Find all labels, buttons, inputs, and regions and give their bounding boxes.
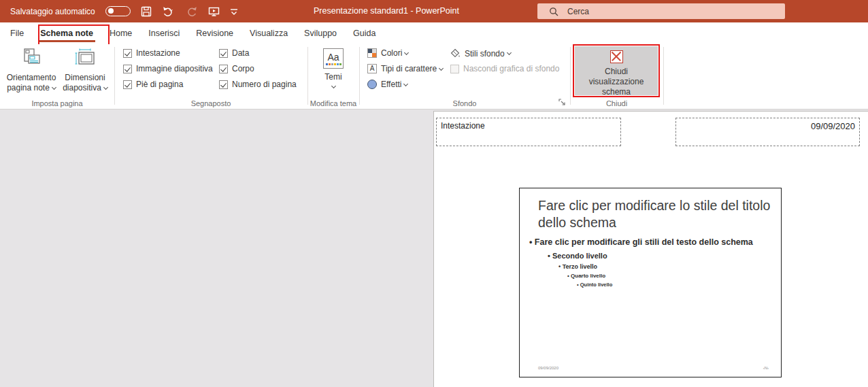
- tab-sviluppo[interactable]: Sviluppo: [296, 22, 345, 44]
- tab-guida[interactable]: Guida: [345, 22, 384, 44]
- chevron-down-icon: [403, 81, 408, 86]
- chevron-down-icon: [331, 84, 335, 88]
- slide-title-placeholder: Fare clic per modificare lo stile del ti…: [538, 197, 773, 231]
- group-separator: [359, 47, 360, 105]
- chevron-down-icon: [103, 85, 108, 90]
- tab-schema-note[interactable]: Schema note: [32, 22, 101, 44]
- chiudi-visualizzazione-schema-button[interactable]: Chiudi visualizzazione schema: [575, 46, 658, 95]
- close-master-view-icon: [610, 50, 623, 63]
- search-placeholder: Cerca: [567, 7, 589, 16]
- tab-file[interactable]: File: [0, 22, 32, 44]
- tab-home[interactable]: Home: [101, 22, 140, 44]
- chevron-down-icon: [507, 50, 512, 55]
- checkbox-numero-di-pagina[interactable]: Numero di pagina: [219, 80, 297, 89]
- ribbon-tabs: File Schema note Home Inserisci Revision…: [0, 22, 868, 44]
- chevron-down-icon: [439, 65, 444, 70]
- checkbox-icon: [123, 80, 132, 89]
- tab-inserisci[interactable]: Inserisci: [140, 22, 188, 44]
- toggle-knob: [108, 8, 114, 14]
- group-label-imposta-pagina: Imposta pagina: [0, 99, 114, 107]
- bullet-level-2: Secondo livello: [548, 252, 767, 260]
- slide-footer-date: 09/09/2020: [538, 366, 558, 370]
- workspace: Intestazione 09/09/2020 Fare clic per mo…: [0, 110, 868, 387]
- bullet-level-1: Fare clic per modificare gli stili del t…: [529, 237, 767, 247]
- slide-body-placeholder: Fare clic per modificare gli stili del t…: [529, 237, 767, 288]
- group-label-chiudi: Chiudi: [570, 99, 663, 107]
- stili-sfondo-menu[interactable]: Stili sfondo: [450, 48, 511, 58]
- slide-size-icon: [74, 48, 96, 69]
- ribbon: Orientamento pagina note Dimensioni diap…: [0, 44, 868, 110]
- group-separator: [114, 47, 115, 105]
- chevron-down-icon: [404, 50, 409, 54]
- group-separator: [307, 47, 308, 105]
- bullet-level-5: Quinto livello: [577, 282, 767, 288]
- dialog-launcher-icon[interactable]: [558, 99, 566, 106]
- active-tab-underline: [38, 40, 95, 42]
- tab-revisione[interactable]: Revisione: [188, 22, 241, 44]
- autosave-label: Salvataggio automatico: [10, 7, 95, 16]
- slideshow-icon[interactable]: [208, 6, 220, 17]
- checkbox-icon: [219, 80, 228, 89]
- autosave-toggle[interactable]: [105, 6, 131, 16]
- checkbox-icon: [123, 49, 132, 58]
- colori-menu[interactable]: Colori: [367, 48, 408, 58]
- customize-qat-icon[interactable]: [230, 7, 238, 16]
- group-separator: [570, 47, 571, 105]
- document-title: Presentazione standard1 - PowerPoint: [291, 0, 482, 22]
- themes-icon: Aa: [323, 48, 344, 69]
- group-label-modifica-tema: Modifica tema: [307, 99, 359, 107]
- slide-footer-number: ‹N›: [763, 366, 769, 370]
- group-label-sfondo: Sfondo: [359, 99, 570, 107]
- checkbox-intestazione[interactable]: Intestazione: [123, 48, 180, 58]
- colors-icon: [367, 48, 377, 58]
- undo-icon[interactable]: [162, 6, 177, 17]
- checkbox-icon: [219, 49, 228, 58]
- search-icon: [549, 7, 558, 16]
- checkbox-data[interactable]: Data: [219, 48, 249, 58]
- checkbox-icon: [219, 65, 228, 73]
- tipi-di-carattere-menu[interactable]: A Tipi di carattere: [367, 64, 443, 73]
- bullet-level-3: Terzo livello: [558, 263, 767, 270]
- orientamento-pagina-note-button[interactable]: Orientamento pagina note: [4, 46, 59, 93]
- bullet-level-4: Quarto livello: [567, 273, 767, 279]
- page-orientation-icon: [20, 48, 43, 69]
- effetti-menu[interactable]: Effetti: [367, 80, 407, 89]
- checkbox-pie-di-pagina[interactable]: Piè di pagina: [123, 80, 183, 89]
- title-bar: Salvataggio automatico Presentazione sta…: [0, 0, 868, 22]
- slide-image-placeholder[interactable]: Fare clic per modificare lo stile del ti…: [519, 188, 782, 377]
- group-separator: [663, 47, 664, 105]
- header-placeholder[interactable]: Intestazione: [436, 118, 621, 146]
- dimensioni-diapositiva-button[interactable]: Dimensioni diapositiva: [61, 46, 109, 93]
- background-styles-icon: [450, 48, 461, 58]
- fonts-icon: A: [367, 64, 377, 73]
- checkbox-icon: [123, 65, 132, 73]
- save-icon[interactable]: [141, 6, 152, 17]
- notes-master-page: Intestazione 09/09/2020 Fare clic per mo…: [433, 111, 868, 387]
- temi-button[interactable]: Aa Temi: [312, 46, 355, 88]
- redo-icon[interactable]: [187, 6, 198, 17]
- group-label-segnaposto: Segnaposto: [114, 99, 307, 107]
- checkbox-immagine-diapositiva[interactable]: Immagine diapositiva: [123, 64, 213, 73]
- checkbox-corpo[interactable]: Corpo: [219, 64, 254, 73]
- date-placeholder[interactable]: 09/09/2020: [675, 118, 860, 146]
- chevron-down-icon: [52, 85, 56, 90]
- effects-icon: [367, 80, 377, 89]
- checkbox-icon: [450, 65, 459, 73]
- search-box[interactable]: Cerca: [537, 3, 785, 19]
- nascondi-grafica-checkbox: Nascondi grafica di sfondo: [450, 64, 559, 73]
- tab-visualizza[interactable]: Visualizza: [241, 22, 296, 44]
